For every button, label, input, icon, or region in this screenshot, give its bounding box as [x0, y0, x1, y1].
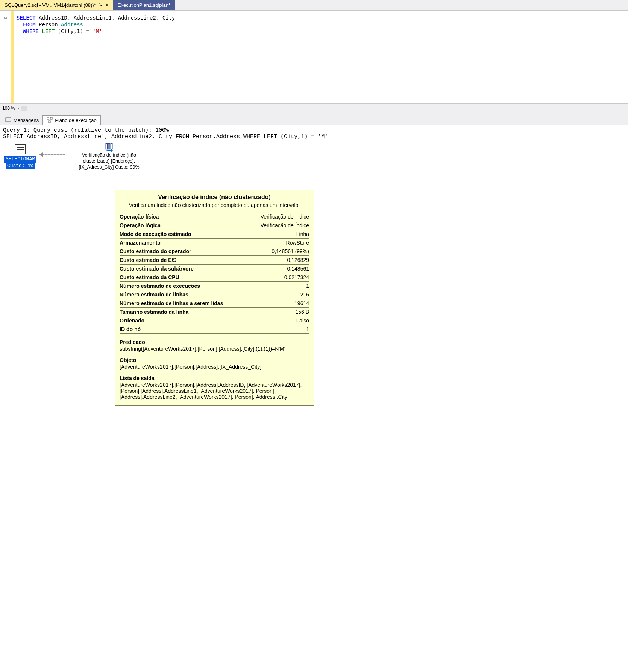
messages-icon: [5, 117, 11, 123]
plan-op-index-scan[interactable]: Verificação de índice (não clusterizado)…: [68, 142, 150, 170]
tooltip-row: Custo estimado da CPU0,0217324: [120, 273, 309, 282]
tooltip-block-value: [AdventureWorks2017].[Person].[Address].…: [120, 382, 309, 400]
svg-rect-3: [47, 117, 49, 119]
tooltip-row: Custo estimado da subárvore0,148561: [120, 265, 309, 273]
tooltip-block: Lista de saída[AdventureWorks2017].[Pers…: [120, 375, 309, 400]
plan-op-select[interactable]: SELECIONAR Custo: 1%: [2, 144, 39, 169]
tooltip-row-value: Verificação de Índice: [249, 221, 309, 230]
tooltip-row-key: Armazenamento: [120, 239, 249, 247]
svg-line-7: [50, 119, 51, 121]
tooltip-row-key: Número estimado de execuções: [120, 282, 249, 290]
tooltip-row-value: Verificação de Índice: [249, 213, 309, 221]
tooltip-row-key: Custo estimado do operador: [120, 247, 249, 256]
tooltip-row: Tamanho estimado da linha156 B: [120, 308, 309, 316]
tab-label: ExecutionPlan1.sqlplan*: [118, 2, 170, 8]
tooltip-row-key: Operação física: [120, 213, 249, 221]
tooltip-row-value: 0,0217324: [249, 273, 309, 282]
tooltip-row-value: Falso: [249, 316, 309, 325]
tab-execution-plan[interactable]: Plano de execução: [42, 115, 101, 125]
tooltip-row-value: 1: [249, 325, 309, 334]
op-scan-line1: Verificação de índice (não: [68, 152, 150, 158]
tab-sqlquery2[interactable]: SQLQuery2.sql - VM...VM1\jdantoni (88))*…: [0, 0, 113, 10]
chevron-down-icon[interactable]: ▾: [17, 106, 19, 110]
tooltip-row: ArmazenamentoRowStore: [120, 239, 309, 247]
sql-editor[interactable]: ⊟ SELECT AddressID, AddressLine1, Addres…: [0, 11, 628, 104]
tab-execution-plan-label: Plano de execução: [55, 117, 97, 123]
tooltip-row: ID do nó1: [120, 325, 309, 334]
tooltip-block-label: Objeto: [120, 357, 309, 363]
tab-executionplan[interactable]: ExecutionPlan1.sqlplan*: [113, 0, 175, 10]
table-icon: [15, 144, 26, 154]
tooltip-row-key: Modo de execução estimado: [120, 230, 249, 239]
tab-label: SQLQuery2.sql - VM...VM1\jdantoni (88))*: [5, 2, 96, 8]
tooltip-row-value: 19614: [249, 299, 309, 308]
svg-rect-4: [50, 117, 52, 119]
tooltip-row-value: 1: [249, 282, 309, 290]
svg-rect-8: [106, 143, 107, 149]
results-tabstrip: Mensagens Plano de execução: [0, 113, 628, 125]
op-scan-line2: clusterizado) [Endereço].: [68, 158, 150, 164]
pin-icon[interactable]: ⇲: [99, 3, 102, 8]
tooltip-row: Operação físicaVerificação de Índice: [120, 213, 309, 221]
tooltip-row-key: Ordenado: [120, 316, 249, 325]
plan-header: Query 1: Query cost (relative to the bat…: [0, 125, 628, 141]
tooltip-row-key: Operação lógica: [120, 221, 249, 230]
op-select-label: SELECIONAR: [4, 156, 36, 163]
tooltip-row-key: ID do nó: [120, 325, 249, 334]
plan-header-line2: SELECT AddressID, AddressLine1, AddressL…: [3, 134, 328, 140]
plan-icon: [47, 117, 53, 123]
tooltip-row: Número estimado de linhas a serem lidas1…: [120, 299, 309, 308]
tooltip-row-key: Número estimado de linhas: [120, 290, 249, 299]
outline-collapse-icon[interactable]: ⊟: [0, 14, 11, 21]
close-icon[interactable]: ✕: [105, 3, 109, 8]
tooltip-row-key: Tamanho estimado da linha: [120, 308, 249, 316]
svg-rect-9: [108, 143, 110, 149]
horizontal-scroll-thumb[interactable]: [21, 106, 27, 111]
tooltip-row-value: 1216: [249, 290, 309, 299]
op-select-cost: Custo: 1%: [6, 163, 35, 169]
index-scan-icon: [104, 142, 114, 152]
editor-gutter: ⊟: [0, 11, 11, 103]
tooltip-block-value: substring([AdventureWorks2017].[Person].…: [120, 346, 309, 352]
tooltip-row: Custo estimado de E/S0,126829: [120, 256, 309, 265]
tooltip-row-value: 0,126829: [249, 256, 309, 265]
tooltip-row: Modo de execução estimadoLinha: [120, 230, 309, 239]
document-tabstrip: SQLQuery2.sql - VM...VM1\jdantoni (88))*…: [0, 0, 628, 11]
tooltip-block-value: [AdventureWorks2017].[Person].[Address].…: [120, 364, 309, 370]
tooltip-row-key: Custo estimado da subárvore: [120, 265, 249, 273]
plan-header-line1: Query 1: Query cost (relative to the bat…: [3, 127, 169, 134]
tooltip-row-key: Custo estimado da CPU: [120, 273, 249, 282]
tooltip-row-key: Número estimado de linhas a serem lidas: [120, 299, 249, 308]
plan-arrow: [39, 153, 65, 157]
tooltip-block-label: Lista de saída: [120, 375, 309, 381]
tooltip-row-value: 0,148561: [249, 265, 309, 273]
svg-rect-0: [6, 118, 11, 122]
tooltip-row-value: RowStore: [249, 239, 309, 247]
tooltip-row-value: Linha: [249, 230, 309, 239]
svg-rect-5: [49, 121, 50, 123]
tooltip-row: OrdenadoFalso: [120, 316, 309, 325]
editor-code[interactable]: SELECT AddressID, AddressLine1, AddressL…: [14, 11, 178, 103]
zoom-value: 100 %: [2, 106, 15, 111]
operator-tooltip: Verificação de índice (não clusterizado)…: [115, 190, 314, 406]
tooltip-row-value: 156 B: [249, 308, 309, 316]
tooltip-block-label: Predicado: [120, 339, 309, 345]
tab-messages-label: Mensagens: [14, 117, 39, 123]
tooltip-title: Verificação de índice (não clusterizado): [120, 194, 309, 201]
svg-line-6: [48, 119, 49, 121]
op-scan-line3: [IX_Adress_City] Custo: 99%: [68, 164, 150, 170]
tooltip-row: Custo estimado do operador0,148561 (99%): [120, 247, 309, 256]
tooltip-properties-table: Operação físicaVerificação de ÍndiceOper…: [120, 213, 309, 334]
tooltip-block: Predicadosubstring([AdventureWorks2017].…: [120, 339, 309, 352]
tooltip-row: Número estimado de linhas1216: [120, 290, 309, 299]
tooltip-row: Número estimado de execuções1: [120, 282, 309, 290]
svg-rect-10: [111, 143, 112, 149]
zoom-bar: 100 % ▾: [0, 104, 628, 113]
tooltip-row-value: 0,148561 (99%): [249, 247, 309, 256]
tooltip-row: Operação lógicaVerificação de Índice: [120, 221, 309, 230]
tooltip-description: Verifica um índice não clusterizado por …: [120, 202, 309, 208]
execution-plan-canvas[interactable]: SELECIONAR Custo: 1% Verificação de índi…: [0, 141, 628, 190]
tooltip-row-key: Custo estimado de E/S: [120, 256, 249, 265]
tab-messages[interactable]: Mensagens: [2, 116, 42, 125]
tooltip-block: Objeto[AdventureWorks2017].[Person].[Add…: [120, 357, 309, 370]
